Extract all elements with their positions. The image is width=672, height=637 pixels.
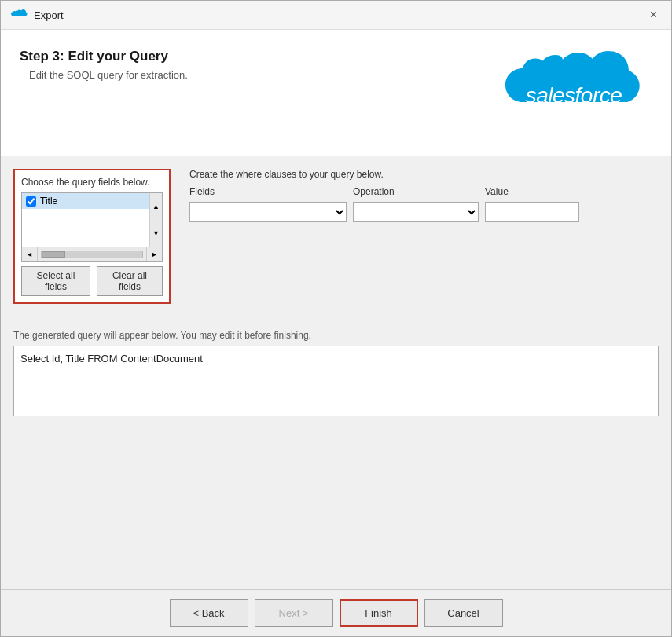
header-text: Step 3: Edit your Query Edit the SOQL qu… (20, 49, 188, 81)
scroll-down-btn[interactable]: ▼ (150, 220, 162, 247)
where-clauses-panel: Create the where clauses to your query b… (189, 169, 659, 222)
title-bar: Export × (1, 1, 671, 30)
close-button[interactable]: × (645, 7, 662, 23)
salesforce-logo: salesforce (495, 49, 652, 143)
step-description: Edit the SOQL query for extraction. (29, 69, 188, 81)
field-checkbox-title[interactable] (26, 196, 36, 207)
horizontal-scrollbar: ◄ ► (21, 247, 163, 262)
query-section-label: The generated query will appear below. Y… (13, 330, 659, 341)
header-section: Step 3: Edit your Query Edit the SOQL qu… (1, 30, 671, 156)
field-item-title[interactable]: Title (22, 193, 149, 209)
title-bar-left: Export (10, 9, 64, 21)
fields-listbox: Title ▲ ▼ (21, 192, 163, 247)
export-dialog: Export × Step 3: Edit your Query Edit th… (0, 0, 672, 637)
scroll-up-btn[interactable]: ▲ (150, 193, 162, 220)
step-title: Step 3: Edit your Query (20, 49, 188, 64)
select-all-button[interactable]: Select all fields (21, 266, 90, 296)
where-column-headers: Fields Operation Value (189, 186, 659, 197)
horiz-track (41, 251, 143, 258)
back-button[interactable]: < Back (170, 599, 248, 627)
divider (13, 317, 659, 317)
query-textarea[interactable] (13, 346, 659, 416)
generated-query-section: The generated query will appear below. Y… (13, 330, 659, 419)
main-content: Choose the query fields below. Title ▲ ▼ (1, 156, 671, 589)
where-fields-select[interactable] (189, 202, 347, 222)
fields-list: Title (22, 193, 149, 247)
where-label: Create the where clauses to your query b… (189, 169, 659, 180)
footer: < Back Next > Finish Cancel (1, 589, 671, 636)
query-fields-panel: Choose the query fields below. Title ▲ ▼ (13, 169, 171, 304)
clear-all-button[interactable]: Clear all fields (97, 266, 163, 296)
select-buttons: Select all fields Clear all fields (21, 266, 163, 296)
scroll-right-btn[interactable]: ► (146, 247, 162, 261)
next-button[interactable]: Next > (255, 599, 333, 627)
scroll-left-btn[interactable]: ◄ (22, 247, 38, 261)
col-header-value: Value (485, 186, 579, 197)
col-header-operation: Operation (353, 186, 479, 197)
where-clause-row (189, 202, 659, 222)
finish-button[interactable]: Finish (340, 599, 418, 627)
col-header-fields: Fields (189, 186, 347, 197)
where-operation-select[interactable] (353, 202, 479, 222)
salesforce-text: salesforce (526, 83, 622, 108)
cancel-button[interactable]: Cancel (424, 599, 503, 627)
dialog-title: Export (34, 9, 64, 21)
field-label-title: Title (40, 196, 57, 207)
query-fields-label: Choose the query fields below. (21, 177, 163, 188)
salesforce-title-icon (10, 9, 28, 21)
where-value-input[interactable] (485, 202, 579, 222)
vertical-scrollbar: ▲ ▼ (149, 193, 162, 247)
top-panel: Choose the query fields below. Title ▲ ▼ (13, 169, 659, 304)
horiz-thumb (42, 251, 65, 258)
